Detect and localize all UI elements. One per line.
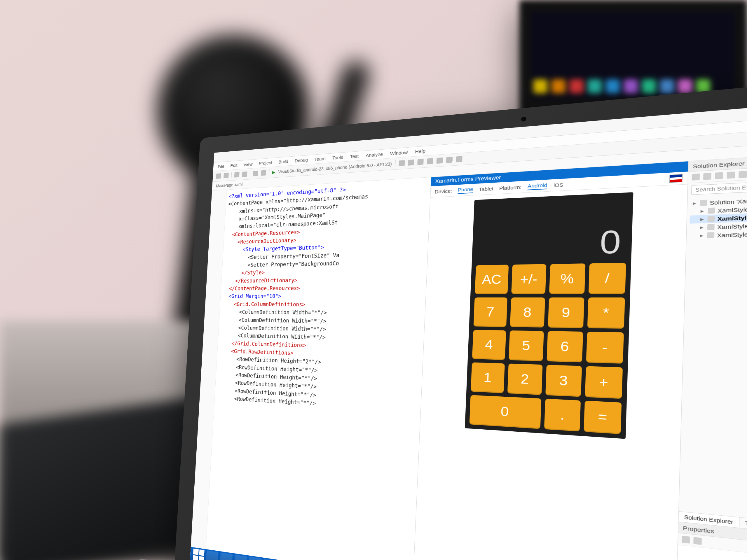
calc-key-4[interactable]: 4 [472,330,506,360]
calc-key-0[interactable]: 0 [469,395,541,429]
collapse-icon[interactable] [727,171,735,179]
menu-tools[interactable]: Tools [332,155,343,161]
sync-icon[interactable] [703,173,712,180]
calc-key-1[interactable]: 1 [471,362,505,393]
calc-key-%[interactable]: % [549,263,585,294]
calc-key-*[interactable]: * [587,297,625,329]
calc-key-/[interactable]: / [589,263,626,294]
laptop: Quick Launch (Ctrl+Q) — ▢ ✕ FileEditView… [173,63,747,560]
device-label: Device: [435,188,452,194]
calc-display: 0 [471,192,633,265]
calc-key-5[interactable]: 5 [509,330,544,361]
show-all-icon[interactable] [739,171,747,178]
calc-key-3[interactable]: 3 [545,365,582,397]
taskbar-item[interactable] [206,550,218,560]
taskbar-item[interactable] [263,559,277,560]
xaml-editor[interactable]: <?xml version="1.0" encoding="utf-8" ?><… [191,177,431,560]
tool-icon[interactable] [398,160,405,166]
calc-key-9[interactable]: 9 [548,297,585,328]
taskbar-item[interactable] [220,553,233,560]
tool-icon[interactable] [427,158,433,164]
calc-key-.[interactable]: . [544,399,581,431]
photo-scene: Quick Launch (Ctrl+Q) — ▢ ✕ FileEditView… [0,0,747,560]
calc-key-=[interactable]: = [584,401,621,434]
taskbar-item[interactable] [249,557,262,560]
home-icon[interactable] [692,174,700,181]
tool-icon[interactable] [436,158,443,164]
calc-key-6[interactable]: 6 [546,331,583,362]
calculator-app: 0 AC+/-%/789*456-123+0.= [465,192,634,439]
tool-icon[interactable] [446,157,453,163]
code-content[interactable]: <?xml version="1.0" encoding="utf-8" ?><… [206,177,431,560]
menu-window[interactable]: Window [390,149,408,156]
undo-icon[interactable] [253,170,258,176]
calc-key--[interactable]: - [586,331,624,364]
laptop-screen: Quick Launch (Ctrl+Q) — ▢ ✕ FileEditView… [190,89,747,560]
tool-icon[interactable] [456,156,463,162]
refresh-icon[interactable] [715,172,723,179]
calc-key-+[interactable]: + [585,366,623,399]
phone-frame: 0 AC+/-%/789*456-123+0.= [458,192,633,560]
alpha-icon[interactable] [693,537,702,545]
properties-pane: Properties ▼📌✕ [676,522,747,560]
tool-icon[interactable] [417,159,424,165]
categorize-icon[interactable] [681,536,690,544]
calc-key-7[interactable]: 7 [473,297,507,327]
tool-icon[interactable] [408,160,414,166]
start-button[interactable] [193,549,205,560]
xamarin-previewer: Xamarin.Forms Previewer Device: Phone Ta… [413,161,689,560]
platform-android[interactable]: Android [527,182,548,190]
taskbar-item[interactable] [234,555,247,560]
menu-build[interactable]: Build [278,159,288,164]
device-phone[interactable]: Phone [458,186,473,194]
menu-project[interactable]: Project [259,160,272,166]
redo-icon[interactable] [261,170,266,176]
menu-team[interactable]: Team [314,156,326,162]
locale-flag-icon[interactable] [669,174,683,183]
save-icon[interactable] [234,172,239,178]
save-all-icon[interactable] [242,171,247,177]
menu-debug[interactable]: Debug [294,157,308,163]
calc-key-2[interactable]: 2 [508,364,543,395]
nav-fwd-icon[interactable] [224,173,229,178]
nav-back-icon[interactable] [216,173,221,179]
menu-analyze[interactable]: Analyze [366,151,383,158]
solution-tree[interactable]: ▸Solution 'XamlStyles' (4 projects)▸Xaml… [679,185,747,539]
menu-view[interactable]: View [243,162,253,167]
device-tablet[interactable]: Tablet [479,186,494,192]
platform-ios[interactable]: iOS [553,182,564,188]
menu-test[interactable]: Test [350,153,359,159]
calc-keypad: AC+/-%/789*456-123+0.= [465,263,631,434]
previewer-canvas: 0 AC+/-%/789*456-123+0.= [413,184,688,560]
menu-edit[interactable]: Edit [230,163,237,168]
calc-key-AC[interactable]: AC [475,265,509,294]
calc-key-+/-[interactable]: +/- [511,264,546,294]
platform-label: Platform: [499,184,522,191]
menu-help[interactable]: Help [415,148,426,154]
calc-key-8[interactable]: 8 [510,297,545,327]
menu-file[interactable]: File [218,164,224,169]
